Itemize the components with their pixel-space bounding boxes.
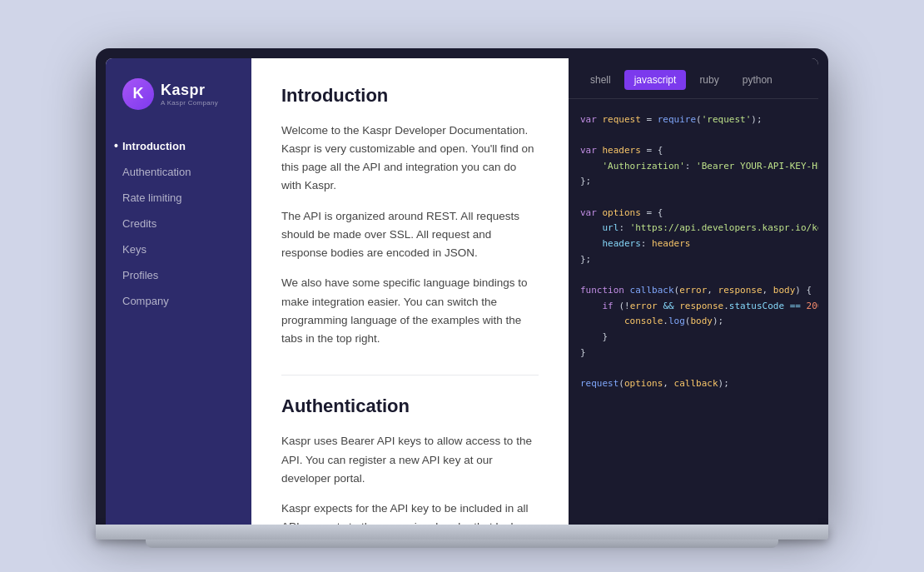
laptop-foot [146,540,778,548]
sidebar-item-keys[interactable]: Keys [106,236,251,262]
laptop-container: K Kaspr A Kaspr Company Introduction Aut… [46,25,878,548]
app-name: Kaspr [161,82,218,99]
nav-label-company: Company [122,295,169,307]
main-content: Introduction Welcome to the Kaspr Develo… [251,58,569,525]
tab-javascript[interactable]: javascript [624,70,687,90]
tab-shell[interactable]: shell [580,70,621,90]
auth-para-2: Kaspr expects for the API key to be incl… [281,500,539,524]
logo-area: K Kaspr A Kaspr Company [106,78,251,133]
sidebar-item-credits[interactable]: Credits [106,211,251,236]
nav-label-keys: Keys [122,243,147,256]
sidebar-item-authentication[interactable]: Authentication [106,159,251,185]
intro-title: Introduction [281,85,539,107]
sidebar-item-rate-limiting[interactable]: Rate limiting [106,185,251,211]
intro-para-2: The API is organized around REST. All re… [281,207,539,263]
browser-content: K Kaspr A Kaspr Company Introduction Aut… [106,58,818,525]
auth-title: Authentication [281,395,539,417]
nav-label-profiles: Profiles [122,269,158,281]
laptop-screen-border: K Kaspr A Kaspr Company Introduction Aut… [96,48,828,525]
sidebar-item-profiles[interactable]: Profiles [106,262,251,288]
nav-label-introduction: Introduction [122,140,186,152]
section-divider [281,375,539,376]
code-tabs: shell javascript ruby python [569,58,818,99]
kaspr-logo-icon: K [122,78,154,110]
nav-label-authentication: Authentication [122,166,191,178]
intro-para-3: We also have some specific language bind… [281,274,539,348]
code-block: var request = require('request'); var he… [569,99,818,525]
intro-para-1: Welcome to the Kaspr Developer Documenta… [281,122,539,196]
app-tagline: A Kaspr Company [161,99,218,107]
tab-python[interactable]: python [733,70,782,90]
logo-text: Kaspr A Kaspr Company [161,82,218,107]
sidebar: K Kaspr A Kaspr Company Introduction Aut… [106,58,251,525]
laptop-screen: K Kaspr A Kaspr Company Introduction Aut… [106,58,818,525]
laptop-base [96,525,828,540]
section-authentication: Authentication Kaspr uses Bearer API key… [281,395,539,524]
sidebar-item-company[interactable]: Company [106,288,251,314]
code-panel: shell javascript ruby python var request… [569,58,818,525]
nav-label-credits: Credits [122,217,156,230]
sidebar-item-introduction[interactable]: Introduction [106,133,251,159]
section-introduction: Introduction Welcome to the Kaspr Develo… [281,85,539,349]
nav-list: Introduction Authentication Rate limitin… [106,133,251,314]
nav-label-rate-limiting: Rate limiting [122,191,182,204]
auth-para-1: Kaspr uses Bearer API keys to allow acce… [281,432,539,488]
tab-ruby[interactable]: ruby [689,70,728,90]
